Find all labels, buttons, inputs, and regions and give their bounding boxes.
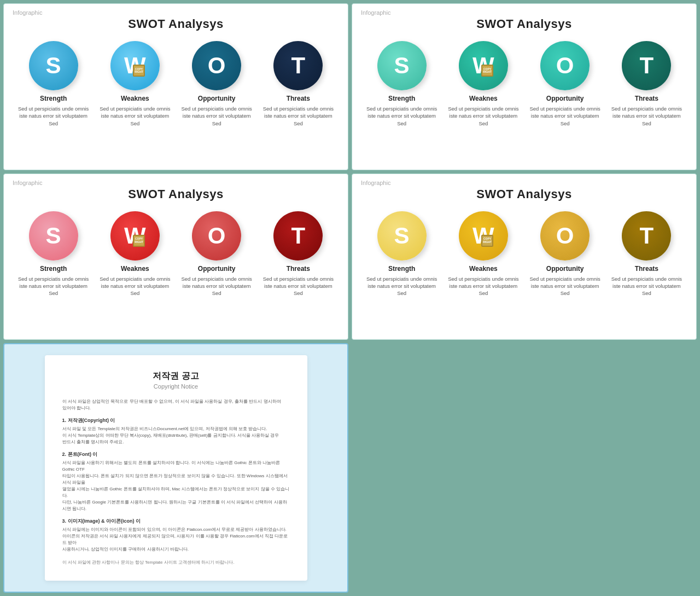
title-teal-s: Strength — [388, 95, 415, 102]
copyright-title-en: Copyright Notice — [62, 383, 290, 390]
circle-teal-o: O — [540, 41, 590, 90]
swot-item-red-o: O Opportunity Sed ut perspiciatis unde o… — [181, 211, 252, 297]
panel-red: Infographic SWOT Analysys S Strength Sed… — [3, 173, 348, 340]
panel-yellow-title: SWOT Analysys — [363, 187, 685, 201]
title-teal-w: Weaknes — [469, 95, 498, 102]
desc-red-o: Sed ut perspiciatis unde omnis iste natu… — [181, 275, 252, 297]
desc-yellow-t: Sed ut perspiciatis unde omnis iste natu… — [611, 275, 682, 297]
teal-bg-panel — [352, 343, 697, 593]
copyright-section-title-2: 2. 폰트(Font) 이 — [62, 451, 290, 458]
panel-red-label: Infographic — [13, 180, 42, 186]
title-red-o: Opportunity — [198, 265, 236, 273]
swot-item-blue-o: O Opportunity Sed ut perspiciatis unde o… — [181, 41, 252, 127]
desc-blue-w: Sed ut perspiciatis unde omnis iste natu… — [100, 105, 171, 127]
panel-teal: Infographic SWOT Analysys S Strength Sed… — [352, 3, 697, 170]
panel-teal-label: Infographic — [361, 9, 390, 16]
swot-item-yellow-s: S Strength Sed ut perspiciatis unde omni… — [366, 211, 438, 297]
swot-item-red-s: S Strength Sed ut perspiciatis unde omni… — [18, 211, 89, 297]
copyright-body-0: 이 서식 파일은 상업적인 목적으로 무단 배포할 수 없으며, 이 서식 파일… — [62, 398, 290, 412]
circle-yellow-w: W COPYRIGHT — [459, 211, 508, 261]
swot-row-yellow: S Strength Sed ut perspiciatis unde omni… — [363, 211, 685, 297]
swot-item-teal-w: W COPYRIGHT Weaknes Sed ut perspiciatis … — [448, 41, 519, 127]
copyright-footer: 이 서식 파일에 관한 사항이나 문의는 항상 Template 사이트 고객센… — [62, 559, 290, 565]
desc-yellow-w: Sed ut perspiciatis unde omnis iste natu… — [448, 275, 519, 297]
title-red-w: Weaknes — [121, 265, 149, 273]
circle-blue-t: T — [273, 41, 323, 90]
title-yellow-s: Strength — [388, 265, 415, 273]
watermark-text3: COPYRIGHT — [135, 238, 143, 244]
title-yellow-o: Opportunity — [546, 265, 584, 273]
swot-item-yellow-t: T Threats Sed ut perspiciatis unde omnis… — [611, 211, 682, 297]
panel-yellow-label: Infographic — [361, 180, 390, 186]
copyright-section-0: 이 서식 파일은 상업적인 목적으로 무단 배포할 수 없으며, 이 서식 파일… — [62, 398, 290, 412]
panel-blue-label: Infographic — [13, 9, 42, 16]
swot-item-yellow-w: W COPYRIGHT Weaknes Sed ut perspiciatis … — [448, 211, 519, 297]
copyright-section-title-3: 3. 이미지(Image) & 아이콘(Icon) 이 — [62, 518, 290, 525]
title-yellow-t: Threats — [635, 265, 658, 273]
panel-yellow: Infographic SWOT Analysys S Strength Sed… — [352, 173, 697, 340]
swot-item-blue-t: T Threats Sed ut perspiciatis unde omnis… — [262, 41, 334, 127]
swot-row-blue: S Strength Sed ut perspiciatis unde omni… — [15, 41, 337, 127]
copyright-title-ko: 저작권 공고 — [62, 371, 290, 382]
swot-item-red-t: T Threats Sed ut perspiciatis unde omnis… — [262, 211, 334, 297]
copyright-section-title-1: 1. 저작권(Copyright) 이 — [62, 417, 290, 424]
watermark-text4: COPYRIGHT — [483, 238, 492, 244]
watermark-text: COPYRIGHT — [135, 68, 143, 74]
circle-teal-s: S — [377, 41, 427, 90]
swot-item-teal-s: S Strength Sed ut perspiciatis unde omni… — [366, 41, 438, 127]
copyright-section-1: 1. 저작권(Copyright) 이 서식 파일 및 모든 Template의… — [62, 417, 290, 445]
title-blue-s: Strength — [40, 95, 67, 102]
watermark-text2: COPYRIGHT — [483, 68, 492, 74]
swot-item-blue-w: W COPYRIGHT Weaknes Sed ut perspiciatis … — [100, 41, 171, 127]
desc-red-w: Sed ut perspiciatis unde omnis iste natu… — [100, 275, 171, 297]
desc-red-t: Sed ut perspiciatis unde omnis iste natu… — [262, 275, 334, 297]
circle-red-w: W COPYRIGHT — [110, 211, 160, 261]
desc-teal-t: Sed ut perspiciatis unde omnis iste natu… — [611, 105, 682, 127]
panel-red-title: SWOT Analysys — [15, 187, 337, 201]
copyright-body-1: 서식 파일 및 모든 Template의 저작권은 비즈니스Document.n… — [62, 426, 290, 445]
watermark-yellow: COPYRIGHT — [481, 235, 493, 247]
copyright-section-3: 3. 이미지(Image) & 아이콘(Icon) 이 서식 파일에는 이미지와… — [62, 518, 290, 553]
circle-teal-t: T — [622, 41, 671, 90]
desc-teal-o: Sed ut perspiciatis unde omnis iste natu… — [529, 105, 600, 127]
swot-row-red: S Strength Sed ut perspiciatis unde omni… — [15, 211, 337, 297]
watermark-red: COPYRIGHT — [133, 235, 145, 247]
desc-red-s: Sed ut perspiciatis unde omnis iste natu… — [18, 275, 89, 297]
title-yellow-w: Weaknes — [469, 265, 498, 273]
panel-teal-title: SWOT Analysys — [363, 17, 685, 31]
desc-yellow-o: Sed ut perspiciatis unde omnis iste natu… — [529, 275, 600, 297]
swot-item-teal-t: T Threats Sed ut perspiciatis unde omnis… — [611, 41, 682, 127]
circle-blue-w: W COPYRIGHT — [110, 41, 160, 90]
title-red-t: Threats — [287, 265, 310, 273]
copyright-section-2: 2. 폰트(Font) 이 서식 파일을 사용하기 위해서는 별도의 폰트를 설… — [62, 451, 290, 512]
circle-yellow-t: T — [622, 211, 671, 261]
panel-blue: Infographic SWOT Analysys S Strength Sed… — [3, 3, 348, 170]
title-blue-t: Threats — [287, 95, 310, 102]
desc-yellow-s: Sed ut perspiciatis unde omnis iste natu… — [366, 275, 438, 297]
circle-teal-w: W COPYRIGHT — [459, 41, 508, 90]
swot-item-red-w: W COPYRIGHT Weaknes Sed ut perspiciatis … — [100, 211, 171, 297]
circle-red-o: O — [192, 211, 241, 261]
swot-item-teal-o: O Opportunity Sed ut perspiciatis unde o… — [529, 41, 600, 127]
swot-item-yellow-o: O Opportunity Sed ut perspiciatis unde o… — [529, 211, 600, 297]
circle-red-s: S — [29, 211, 78, 261]
panel-blue-title: SWOT Analysys — [15, 17, 337, 31]
desc-blue-s: Sed ut perspiciatis unde omnis iste natu… — [18, 105, 89, 127]
circle-yellow-o: O — [540, 211, 590, 261]
swot-item-blue-s: S Strength Sed ut perspiciatis unde omni… — [18, 41, 89, 127]
copyright-body-3: 서식 파일에는 이미지와 아이콘이 포함되어 있으며, 이 아이콘은 Flati… — [62, 526, 290, 553]
circle-blue-o: O — [192, 41, 241, 90]
desc-teal-w: Sed ut perspiciatis unde omnis iste natu… — [448, 105, 519, 127]
title-blue-o: Opportunity — [198, 95, 236, 102]
circle-blue-s: S — [29, 41, 78, 90]
title-blue-w: Weaknes — [121, 95, 149, 102]
watermark-teal: COPYRIGHT — [481, 65, 493, 77]
title-red-s: Strength — [40, 265, 67, 273]
circle-red-t: T — [273, 211, 323, 261]
copyright-inner: 저작권 공고 Copyright Notice 이 서식 파일은 상업적인 목적… — [45, 355, 307, 581]
copyright-body-2: 서식 파일을 사용하기 위해서는 별도의 폰트를 설치하셔야 합니다. 이 서식… — [62, 460, 290, 512]
swot-row-teal: S Strength Sed ut perspiciatis unde omni… — [363, 41, 685, 127]
title-teal-t: Threats — [635, 95, 658, 102]
desc-blue-t: Sed ut perspiciatis unde omnis iste natu… — [262, 105, 334, 127]
desc-teal-s: Sed ut perspiciatis unde omnis iste natu… — [366, 105, 438, 127]
